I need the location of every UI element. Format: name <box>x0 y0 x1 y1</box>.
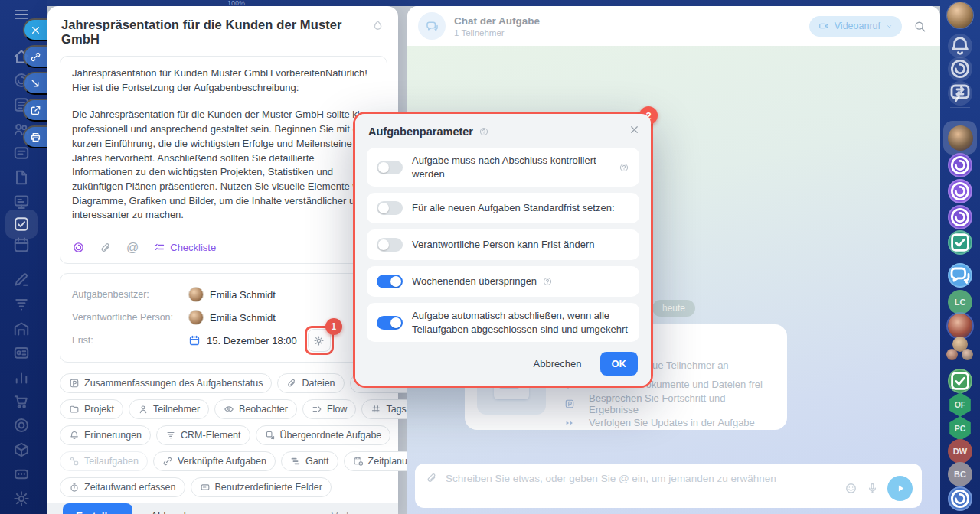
date-separator: heute <box>652 300 695 317</box>
sidebar-chart-icon[interactable] <box>12 368 31 386</box>
sidebar-gear-icon[interactable] <box>12 490 31 508</box>
copilot-button[interactable] <box>948 57 972 81</box>
attach-file-icon[interactable] <box>100 242 112 254</box>
owner-value[interactable]: Emilia Schmidt <box>188 287 276 302</box>
chip-beobachter[interactable]: Beobachter <box>214 399 297 419</box>
sidebar-box-icon[interactable] <box>12 441 31 459</box>
create-task-button[interactable]: Erstellen <box>63 503 132 514</box>
chat-item-partial[interactable] <box>948 486 972 511</box>
cancel-task-button[interactable]: Abbrechen <box>151 510 201 514</box>
copy-link-button[interactable] <box>23 45 48 68</box>
sidebar-funnel-icon[interactable] <box>12 295 31 314</box>
checklist-button[interactable]: Checkliste <box>153 242 216 254</box>
messenger-button[interactable] <box>948 81 972 106</box>
user-chat-avatar[interactable] <box>948 314 972 338</box>
modal-cancel-button[interactable]: Abbrechen <box>534 358 582 369</box>
chat-item-dw[interactable]: DW <box>948 439 972 464</box>
chat-input-box[interactable]: Schreiben Sie etwas, oder geben Sie @ ei… <box>415 464 922 508</box>
microphone-icon[interactable] <box>866 482 879 495</box>
help-icon[interactable] <box>619 162 629 173</box>
help-icon[interactable] <box>542 276 553 287</box>
open-new-window-button[interactable] <box>23 99 48 122</box>
chip-erinnerungen[interactable]: Erinnerungen <box>60 425 151 445</box>
toggle-on[interactable] <box>377 316 403 330</box>
minimize-button[interactable] <box>23 72 48 95</box>
responsible-value[interactable]: Emilia Schmidt <box>188 310 276 325</box>
close-icon[interactable] <box>629 124 640 135</box>
copilot-icon[interactable] <box>72 241 85 254</box>
chip-flow[interactable]: Flow <box>302 399 356 419</box>
deadline-value[interactable]: 15. Dezember 18:00 <box>188 334 297 346</box>
sidebar-marketing-icon[interactable] <box>12 343 31 362</box>
help-icon[interactable] <box>479 126 489 137</box>
toggle-off[interactable] <box>377 201 403 215</box>
task-title[interactable]: Jahrespräsentation für die Kunden der Mu… <box>61 18 371 47</box>
active-chat-avatar[interactable] <box>943 121 977 155</box>
sidebar-target-icon[interactable] <box>12 416 31 434</box>
templates-dropdown[interactable]: Vorlagen <box>332 510 383 514</box>
group-chat-avatar[interactable] <box>946 337 974 364</box>
chat-item-lc[interactable]: LC <box>948 290 972 314</box>
sidebar-pen-icon[interactable] <box>12 270 31 288</box>
toggle-on[interactable] <box>377 275 403 288</box>
send-message-button[interactable] <box>887 476 913 501</box>
priority-flame-icon[interactable] <box>371 19 384 35</box>
notifications-button[interactable] <box>948 34 972 58</box>
video-call-button[interactable]: Videoanruf <box>809 16 902 37</box>
profile-avatar[interactable] <box>947 2 973 28</box>
print-button[interactable] <box>23 125 48 148</box>
task-parameters-modal: 2 Aufgabenparameter Aufgabe muss nach Ab… <box>353 112 653 388</box>
sidebar-cart-icon[interactable] <box>12 392 31 411</box>
group-chat-item[interactable] <box>948 263 972 288</box>
emoji-icon[interactable] <box>844 482 858 495</box>
chip-verknüpfte-aufgaben[interactable]: Verknüpfte Aufgaben <box>153 451 276 471</box>
copilot-chat-item[interactable] <box>948 205 972 229</box>
toggle-off[interactable] <box>377 238 403 252</box>
sidebar-doc-icon[interactable] <box>12 168 31 187</box>
sidebar-warehouse-icon[interactable] <box>12 320 31 338</box>
checklist-icon <box>153 242 165 254</box>
divider <box>950 107 970 108</box>
mention-icon[interactable]: @ <box>126 242 139 254</box>
chat-item-of[interactable]: OF <box>949 392 972 417</box>
external-icon <box>30 105 41 116</box>
chip-benutzerdefinierte-felder[interactable]: Benutzerdefinierte Felder <box>191 477 332 497</box>
hash-icon <box>371 404 381 415</box>
psquare-icon <box>564 399 582 409</box>
copilot-chat-item[interactable] <box>948 153 972 177</box>
avatar <box>947 2 973 28</box>
copilot-icon <box>948 57 972 81</box>
tcheck-icon <box>948 369 972 393</box>
sidebar-board-icon[interactable] <box>12 193 31 211</box>
chip-dateien[interactable]: Dateien <box>277 373 344 393</box>
deadline-label: Frist: <box>72 335 188 346</box>
modal-ok-button[interactable]: OK <box>600 352 639 376</box>
field-deadline: Frist: 15. Dezember 18:00 1 <box>72 329 375 352</box>
attach-file-icon[interactable] <box>426 472 438 484</box>
chip-zeitaufwand-erfassen[interactable]: Zeitaufwand erfassen <box>60 477 185 497</box>
chip-crm-element[interactable]: CRM-Element <box>156 425 250 445</box>
copilot-chat-item[interactable] <box>948 179 972 203</box>
video-camera-icon <box>818 21 829 31</box>
chip-projekt[interactable]: Projekt <box>60 399 123 419</box>
chat-header: Chat der Aufgabe 1 Teilnehmer Videoanruf <box>407 6 940 46</box>
chip-teilnehmer[interactable]: Teilnehmer <box>129 399 209 419</box>
sidebar-calendar-icon[interactable] <box>12 236 31 254</box>
chip-teilaufgaben[interactable]: Teilaufgaben <box>60 451 148 471</box>
toggle-off[interactable] <box>377 161 403 174</box>
chat-item-pc[interactable]: PC <box>949 416 972 441</box>
chip-zusammenfassungen-des-aufgabenstatus[interactable]: Zusammenfassungen des Aufgabenstatus <box>60 373 272 393</box>
sidebar-tcheck-icon[interactable] <box>12 215 31 233</box>
task-chat-item[interactable] <box>948 369 972 393</box>
tcheck-icon <box>948 230 972 255</box>
chip-übergeordnete-aufgabe[interactable]: Übergeordnete Aufgabe <box>256 425 391 445</box>
copilot-icon <box>948 179 972 203</box>
close-slider-button[interactable] <box>23 18 48 41</box>
task-description-editor[interactable]: Jahrespräsentation für Kunden Muster Gmb… <box>60 56 387 264</box>
sidebar-devops-icon[interactable] <box>12 465 31 483</box>
chat-item-bc[interactable]: BC <box>948 462 972 486</box>
chip-gantt[interactable]: Gantt <box>281 451 338 471</box>
print-icon <box>30 132 41 143</box>
search-icon[interactable] <box>913 20 926 33</box>
task-chat-item[interactable] <box>948 230 972 255</box>
